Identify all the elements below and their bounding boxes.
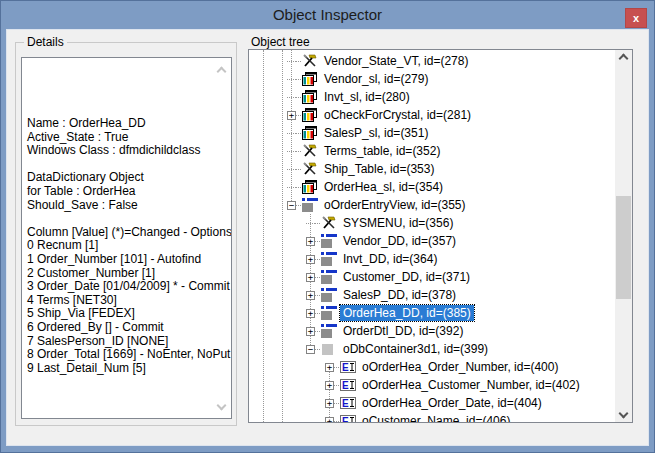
tree-item: +Customer_DD, id=(371) [249, 268, 615, 286]
view-icon [321, 269, 337, 285]
expand-plus-icon[interactable]: + [287, 111, 296, 120]
edit-icon: E [340, 413, 356, 422]
tree-item: +Invt_DD, id=(364) [249, 250, 615, 268]
window-icon [302, 107, 318, 123]
view-icon [321, 323, 337, 339]
details-line: Column [Value] (*)=Changed - Options [27, 226, 211, 240]
tree-connector [296, 205, 301, 206]
expand-plus-icon[interactable]: + [306, 237, 315, 246]
view-icon [321, 251, 337, 267]
tree-item-label[interactable]: oOrderHea_Order_Date, id=(404) [359, 395, 545, 411]
tree-connector [296, 133, 301, 134]
tree-connector [296, 169, 301, 170]
chevron-up-icon [217, 67, 227, 77]
tree-item-label[interactable]: SYSMENU, id=(356) [340, 215, 456, 231]
object-tree[interactable]: Vendor_State_VT, id=(278)Vendor_sl, id=(… [248, 49, 633, 423]
tree-item-label[interactable]: oOrderHea_Order_Number, id=(400) [359, 359, 561, 375]
svg-text:E: E [342, 380, 349, 391]
tree-item: +EoOrderHea_Order_Date, id=(404) [249, 394, 615, 412]
expand-plus-icon[interactable]: + [306, 255, 315, 264]
expand-plus-icon[interactable]: + [325, 399, 334, 408]
tree-item-label[interactable]: oOrderEntryView, id=(355) [321, 197, 469, 213]
tree-item-label[interactable]: SalesP_DD, id=(378) [340, 287, 459, 303]
tree-item-label[interactable]: oCustomer_Name, id=(406) [359, 413, 513, 422]
tree-item-label[interactable]: oDbContainer3d1, id=(399) [340, 341, 491, 357]
details-line: DataDictionary Object [27, 171, 211, 185]
tree-scrollbar[interactable] [615, 50, 632, 422]
tree-item-label[interactable]: OrderHea_sl, id=(354) [321, 179, 446, 195]
tree-connector [296, 97, 301, 98]
tree-connector [315, 349, 320, 350]
expand-plus-icon[interactable]: + [306, 327, 315, 336]
tree-item: +OrderDtl_DD, id=(392) [249, 322, 615, 340]
view-icon [321, 233, 337, 249]
edit-icon: E [340, 359, 356, 375]
details-line: 6 Ordered_By [] - Commit [27, 321, 211, 335]
close-button[interactable]: x [625, 8, 647, 28]
tree-item-label[interactable]: Vendor_DD, id=(357) [340, 233, 459, 249]
expand-plus-icon[interactable]: + [306, 273, 315, 282]
tree-item-label[interactable]: SalesP_sl, id=(351) [321, 125, 431, 141]
collapse-minus-icon[interactable]: − [306, 345, 315, 354]
details-line: 1 Order_Number [101] - Autofind [27, 253, 211, 267]
collapse-minus-icon[interactable]: − [287, 201, 296, 210]
tree-item-label[interactable]: OrderDtl_DD, id=(392) [340, 323, 466, 339]
tree-item-label[interactable]: Invt_sl, id=(280) [321, 89, 413, 105]
expand-plus-icon[interactable]: + [325, 381, 334, 390]
scroll-down-button[interactable] [218, 398, 225, 412]
expand-plus-icon[interactable]: + [306, 291, 315, 300]
titlebar[interactable]: Object Inspector x [1, 1, 654, 29]
details-line: Should_Save : False [27, 199, 211, 213]
view-icon [321, 305, 337, 321]
details-text[interactable]: Name : OrderHea_DDActive_State : TrueWin… [21, 57, 232, 419]
tree-item: +EoOrderHea_Customer_Number, id=(402) [249, 376, 615, 394]
svg-text:E: E [342, 416, 349, 423]
tree-item: +EoOrderHea_Order_Number, id=(400) [249, 358, 615, 376]
tree-item: OrderHea_sl, id=(354) [249, 178, 615, 196]
scroll-down-button[interactable] [615, 405, 632, 422]
tree-item: +SalesP_DD, id=(378) [249, 286, 615, 304]
scroll-up-button[interactable] [218, 64, 225, 78]
window-icon [302, 71, 318, 87]
details-line: 8 Order_Total [1669] - NoEnter, NoPut [27, 348, 211, 362]
tools-icon [302, 143, 318, 159]
tree-item-label[interactable]: oOrderHea_Customer_Number, id=(402) [359, 377, 583, 393]
tools-icon [302, 53, 318, 69]
tree-connector [334, 403, 339, 404]
tree-item: Vendor_sl, id=(279) [249, 70, 615, 88]
tree-item-label[interactable]: Vendor_State_VT, id=(278) [321, 53, 471, 69]
tree-item-label[interactable]: Customer_DD, id=(371) [340, 269, 473, 285]
details-line [27, 212, 211, 226]
tree-connector [315, 241, 320, 242]
tree-item-label[interactable]: oCheckForCrystal, id=(281) [321, 107, 474, 123]
tree-item: Vendor_State_VT, id=(278) [249, 52, 615, 70]
expand-plus-icon[interactable]: + [325, 417, 334, 423]
scrollbar-thumb[interactable] [616, 196, 631, 299]
tree-item: +EoCustomer_Name, id=(406) [249, 412, 615, 422]
scroll-up-button[interactable] [615, 50, 632, 67]
window-icon [302, 125, 318, 141]
tree-item: SYSMENU, id=(356) [249, 214, 615, 232]
tree-item-label[interactable]: Vendor_sl, id=(279) [321, 71, 431, 87]
tree-item: +Vendor_DD, id=(357) [249, 232, 615, 250]
window-icon [302, 89, 318, 105]
details-line: 2 Customer_Number [1] [27, 267, 211, 281]
expand-plus-icon[interactable]: + [306, 309, 315, 318]
tree-connector [287, 133, 296, 134]
tree-connector [296, 79, 301, 80]
tree-item-label[interactable]: Terms_table, id=(352) [321, 143, 443, 159]
tree-connector [315, 259, 320, 260]
details-line: Active_State : True [27, 131, 211, 145]
tree-connector [287, 169, 296, 170]
container-icon [321, 341, 337, 357]
tree-item-label[interactable]: Invt_DD, id=(364) [340, 251, 440, 267]
tree-connector [315, 331, 320, 332]
tree-connector [315, 277, 320, 278]
tree-item-label[interactable]: Ship_Table, id=(353) [321, 161, 437, 177]
expand-plus-icon[interactable]: + [325, 363, 334, 372]
view-icon [321, 287, 337, 303]
window-title: Object Inspector [273, 6, 382, 23]
edit-icon: E [340, 377, 356, 393]
tree-item-label[interactable]: OrderHea_DD, id=(385) [340, 305, 474, 321]
tree-item: −oDbContainer3d1, id=(399) [249, 340, 615, 358]
